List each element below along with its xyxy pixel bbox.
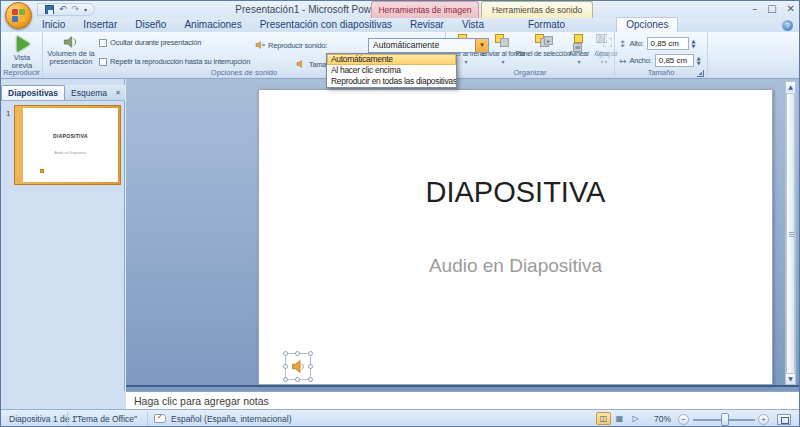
- notes-pane[interactable]: Haga clic para agregar notas: [126, 391, 800, 409]
- undo-icon[interactable]: ↶: [59, 5, 67, 14]
- quick-access-toolbar: ↶ ↷ ▾: [37, 3, 95, 16]
- zoom-slider-thumb[interactable]: [721, 413, 729, 426]
- traer-dropdown-icon: ▾: [465, 58, 468, 66]
- slideshow-button[interactable]: ▷: [628, 412, 643, 425]
- checkbox-icon[interactable]: [99, 58, 107, 66]
- main-area: Diapositivas Esquema ✕ 1 DIAPOSITIVA Aud…: [1, 79, 800, 391]
- thumbnail-title: DIAPOSITIVA: [23, 133, 118, 139]
- ancho-label: Ancho:: [630, 56, 652, 65]
- dropdown-option-todas-diapositivas[interactable]: Reproducir en todas las diapositivas: [327, 76, 456, 87]
- selection-handle[interactable]: [308, 377, 313, 382]
- selection-handle[interactable]: [283, 351, 288, 356]
- vertical-scrollbar[interactable]: ▲ ▼: [785, 81, 796, 385]
- selection-handle[interactable]: [283, 364, 288, 369]
- group-label-tamano: Tamaño: [615, 68, 707, 78]
- redo-icon[interactable]: ↷: [72, 5, 80, 14]
- alinear-button[interactable]: ≡ Alinear ▾: [565, 34, 593, 65]
- combobox-value: Automáticamente: [373, 40, 439, 50]
- dialog-launcher-icon[interactable]: [697, 70, 704, 77]
- volumen-label: Volumen de la presentación: [47, 50, 95, 66]
- girar-button: ◬ Girar ▾: [590, 34, 614, 65]
- sound-object[interactable]: [285, 353, 311, 380]
- repetir-label: Repetir la reproducción hasta su interru…: [110, 57, 250, 66]
- group-label-reproducir: Reproducir: [1, 68, 42, 78]
- slide-subtitle[interactable]: Audio en Diapositiva: [259, 255, 772, 277]
- theme-name: "Tema de Office": [74, 414, 137, 424]
- alto-label: Alto:: [630, 39, 644, 48]
- slides-panel: Diapositivas Esquema ✕ 1 DIAPOSITIVA Aud…: [1, 79, 125, 391]
- window-controls: – □ ✕: [752, 3, 795, 14]
- vista-previa-button[interactable]: Vista previa: [4, 34, 40, 71]
- selection-pane-icon: ▸: [535, 34, 551, 48]
- slide-canvas[interactable]: DIAPOSITIVA Audio en Diapositiva: [258, 89, 773, 385]
- scroll-down-icon[interactable]: ▼: [786, 374, 795, 384]
- spinner-down-icon[interactable]: ▼: [692, 44, 696, 49]
- panel-seleccion-button[interactable]: ▸ Panel de selección: [522, 34, 564, 58]
- dropdown-option-automaticamente[interactable]: Automáticamente: [327, 54, 456, 65]
- tab-presentacion[interactable]: Presentación con diapositivas: [251, 18, 401, 32]
- save-icon[interactable]: [45, 5, 54, 14]
- panel-close-icon[interactable]: ✕: [115, 89, 121, 97]
- normal-view-button[interactable]: ◫: [596, 412, 611, 425]
- zoom-out-button[interactable]: −: [678, 414, 689, 425]
- qat-customize-icon[interactable]: ▾: [84, 5, 87, 14]
- tab-diapositivas[interactable]: Diapositivas: [1, 85, 65, 100]
- ancho-field[interactable]: 0,85 cm: [655, 54, 694, 67]
- send-to-back-icon: [495, 34, 511, 48]
- girar-label: Girar: [595, 50, 610, 58]
- ancho-row: ↔ Ancho: 0,85 cm ▲ ▼: [619, 54, 701, 67]
- tab-inicio[interactable]: Inicio: [33, 18, 74, 32]
- slide-sorter-button[interactable]: ▦: [612, 412, 627, 425]
- selection-handle[interactable]: [295, 377, 300, 382]
- alto-spinner[interactable]: ▲ ▼: [692, 39, 696, 49]
- spinner-down-icon[interactable]: ▼: [697, 61, 701, 66]
- alto-field[interactable]: 0,85 cm: [647, 37, 689, 50]
- notes-placeholder[interactable]: Haga clic para agregar notas: [134, 395, 269, 407]
- spellcheck-icon[interactable]: [154, 414, 166, 423]
- status-bar: Diapositiva 1 de 1 "Tema de Office" Espa…: [1, 409, 800, 427]
- language-indicator[interactable]: Español (España, internacional): [171, 414, 292, 424]
- close-icon[interactable]: ✕: [787, 3, 795, 14]
- selection-handle[interactable]: [295, 351, 300, 356]
- selection-handle[interactable]: [308, 351, 313, 356]
- zoom-in-button[interactable]: +: [758, 414, 769, 425]
- selection-handle[interactable]: [283, 377, 288, 382]
- thumbnail-subtitle: Audio en Diapositiva: [23, 151, 118, 155]
- selection-handle[interactable]: [308, 364, 313, 369]
- panel-seleccion-label: Panel de selección: [515, 50, 570, 58]
- status-separator: [147, 412, 148, 426]
- tab-animaciones[interactable]: Animaciones: [175, 18, 250, 32]
- reproducir-sonido-label: Reproducir sonido:: [268, 41, 327, 50]
- tab-opciones[interactable]: Opciones: [616, 17, 678, 32]
- tab-vista[interactable]: Vista: [453, 18, 493, 32]
- fit-to-window-icon[interactable]: [777, 414, 791, 425]
- panel-tab-bar: Diapositivas Esquema ✕: [1, 85, 125, 101]
- tab-formato[interactable]: Formato: [519, 18, 574, 32]
- group-label-organizar: Organizar: [446, 68, 614, 78]
- ocultar-checkbox[interactable]: Ocultar durante presentación: [99, 38, 201, 47]
- tab-revisar[interactable]: Revisar: [401, 18, 453, 32]
- help-icon[interactable]: ?: [782, 20, 793, 31]
- maximize-icon[interactable]: □: [767, 3, 776, 14]
- repetir-checkbox[interactable]: Repetir la reproducción hasta su interru…: [99, 57, 250, 66]
- slide-thumbnail[interactable]: DIAPOSITIVA Audio en Diapositiva: [14, 105, 121, 185]
- scroll-up-icon[interactable]: ▲: [786, 82, 795, 92]
- ribbon-tab-row: Inicio Insertar Diseño Animaciones Prese…: [1, 18, 800, 32]
- reproducir-sonido-row: Reproducir sonido:: [255, 40, 327, 50]
- ancho-spinner[interactable]: ▲ ▼: [697, 56, 701, 66]
- tab-diseno[interactable]: Diseño: [126, 18, 175, 32]
- tab-esquema[interactable]: Esquema: [65, 86, 113, 100]
- tab-insertar[interactable]: Insertar: [74, 18, 126, 32]
- zoom-level[interactable]: 70%: [654, 414, 671, 424]
- slide-title[interactable]: DIAPOSITIVA: [259, 176, 772, 209]
- office-button[interactable]: [5, 2, 32, 29]
- checkbox-icon[interactable]: [99, 39, 107, 47]
- contextual-group-sound[interactable]: Herramientas de sonido: [481, 1, 593, 18]
- contextual-group-image[interactable]: Herramientas de imagen: [371, 1, 479, 18]
- reproducir-sonido-combobox[interactable]: Automáticamente ▾: [368, 38, 489, 53]
- rotate-icon: ◬: [595, 34, 609, 48]
- scrollbar-thumb[interactable]: [786, 93, 795, 374]
- combobox-arrow-icon[interactable]: ▾: [475, 39, 488, 52]
- minimize-icon[interactable]: –: [752, 3, 757, 14]
- dropdown-option-al-hacer-clic[interactable]: Al hacer clic encima: [327, 65, 456, 76]
